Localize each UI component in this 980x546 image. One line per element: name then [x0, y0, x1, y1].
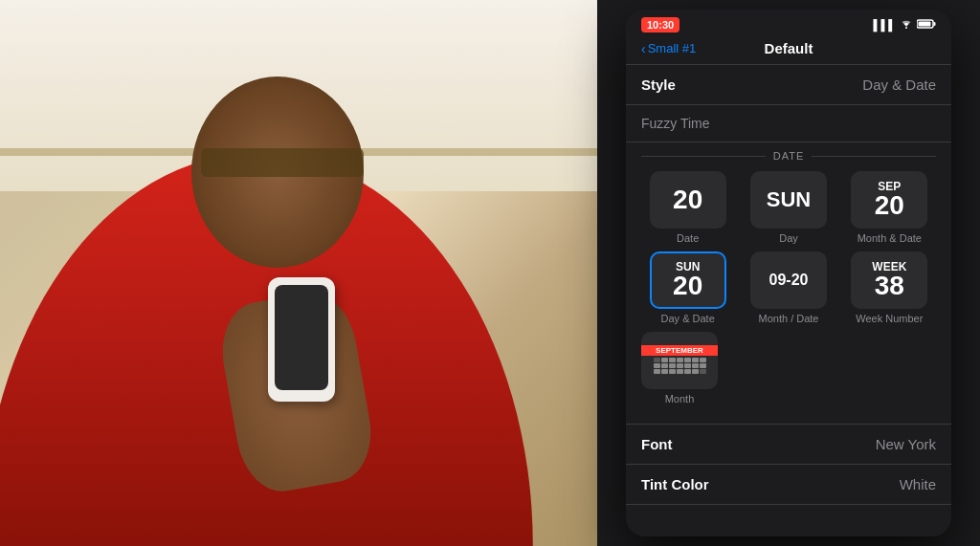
month-calendar-grid: [652, 356, 708, 376]
cal-cell: [700, 369, 706, 374]
date-number: 20: [673, 186, 702, 213]
status-bar: 10:30 ▌▌▌: [626, 10, 951, 36]
date-tile: 20: [650, 171, 726, 229]
date-label: Date: [677, 232, 699, 244]
month-date-number: 20: [875, 192, 904, 219]
week-number-item[interactable]: WEEK 38 Week Number: [843, 251, 936, 324]
cal-cell: [654, 369, 660, 374]
cal-cell: [692, 358, 699, 362]
day-date-tile-item[interactable]: SUN 20 Day & Date: [641, 251, 734, 324]
settings-content: Style Day & Date Fuzzy Time DATE 20 Date: [626, 65, 951, 515]
day-label: Day: [779, 232, 798, 244]
font-row[interactable]: Font New York: [626, 425, 951, 465]
month-label: Month: [665, 393, 695, 404]
svg-rect-3: [919, 22, 931, 27]
date-section-header: DATE: [641, 150, 936, 162]
cal-cell: [700, 358, 706, 362]
month-slash-date-tile: 09-20: [750, 251, 827, 309]
battery-icon: [917, 19, 936, 31]
style-label: Style: [641, 76, 676, 93]
cal-cell: [692, 363, 699, 368]
week-number: 38: [875, 273, 904, 299]
fuzzy-label: Fuzzy Time: [641, 116, 710, 131]
bottom-rows: Font New York Tint Color White Backgroun…: [626, 424, 951, 515]
day-tile-item[interactable]: SUN Day: [742, 171, 835, 244]
nav-bar: ‹ Small #1 Default: [626, 36, 951, 65]
chevron-left-icon: ‹: [641, 41, 646, 56]
month-slash-date-item[interactable]: 09-20 Month / Date: [742, 251, 835, 324]
day-text: SUN: [767, 189, 811, 210]
cal-cell: [669, 369, 676, 374]
day-tile: SUN: [750, 171, 827, 229]
date-grid-row1: 20 Date SUN Day SEP 20: [641, 171, 936, 244]
cal-cell: [661, 358, 668, 362]
style-row[interactable]: Style Day & Date: [626, 65, 951, 105]
cal-cell: [677, 358, 683, 362]
svg-point-0: [905, 27, 907, 29]
cal-cell: [684, 358, 691, 362]
tint-color-value: White: [900, 476, 936, 492]
cal-cell: [654, 358, 660, 362]
phone-panel: 10:30 ▌▌▌ ‹ Small #1: [626, 10, 951, 536]
cal-cell: [684, 369, 691, 374]
week-number-label: Week Number: [856, 313, 923, 324]
cal-cell: [661, 369, 668, 374]
back-label: Small #1: [648, 41, 697, 55]
font-label: Font: [641, 436, 672, 452]
style-value: Day & Date: [862, 76, 936, 93]
month-tile-item[interactable]: SEPTEMBER: [641, 332, 718, 404]
background-color-row[interactable]: Background Color Black: [626, 505, 951, 515]
video-background: ✓: [0, 0, 632, 546]
day-date-tile: SUN 20: [650, 251, 726, 309]
cal-cell: [677, 369, 683, 374]
cal-cell: [700, 363, 706, 368]
font-value: New York: [876, 436, 936, 452]
status-icons: ▌▌▌: [874, 19, 936, 31]
signal-icon: ▌▌▌: [874, 19, 896, 31]
date-grid-row3: SEPTEMBER: [641, 332, 936, 404]
cal-cell: [684, 363, 691, 368]
back-button[interactable]: ‹ Small #1: [641, 41, 696, 56]
tint-color-label: Tint Color: [641, 476, 709, 492]
cal-cell: [661, 363, 668, 368]
month-tile: SEPTEMBER: [641, 332, 718, 389]
day-date-label: Day & Date: [661, 313, 715, 324]
cal-cell: [654, 363, 660, 368]
month-date-label: Month & Date: [858, 232, 922, 244]
fuzzy-time-row[interactable]: Fuzzy Time: [626, 105, 951, 142]
svg-rect-2: [934, 22, 936, 26]
tint-color-row[interactable]: Tint Color White: [626, 465, 951, 505]
date-section: DATE 20 Date SUN Day: [626, 142, 951, 420]
cal-cell: [669, 363, 676, 368]
status-time: 10:30: [641, 17, 679, 33]
wifi-icon: [900, 19, 913, 31]
date-grid-row2: SUN 20 Day & Date 09-20 Month / Date WEE…: [641, 251, 936, 324]
cal-cell: [692, 369, 699, 374]
month-slash-date-label: Month / Date: [759, 313, 819, 324]
month-slash-date-text: 09-20: [769, 273, 809, 288]
month-date-tile-item[interactable]: SEP 20 Month & Date: [843, 171, 936, 244]
cal-cell: [669, 358, 676, 362]
date-tile-item[interactable]: 20 Date: [641, 171, 734, 244]
cal-cell: [677, 363, 683, 368]
month-header: SEPTEMBER: [641, 345, 718, 356]
month-date-tile: SEP 20: [851, 171, 927, 229]
day-date-number: 20: [673, 273, 702, 299]
nav-title: Default: [765, 40, 813, 56]
week-number-tile: WEEK 38: [851, 251, 927, 309]
